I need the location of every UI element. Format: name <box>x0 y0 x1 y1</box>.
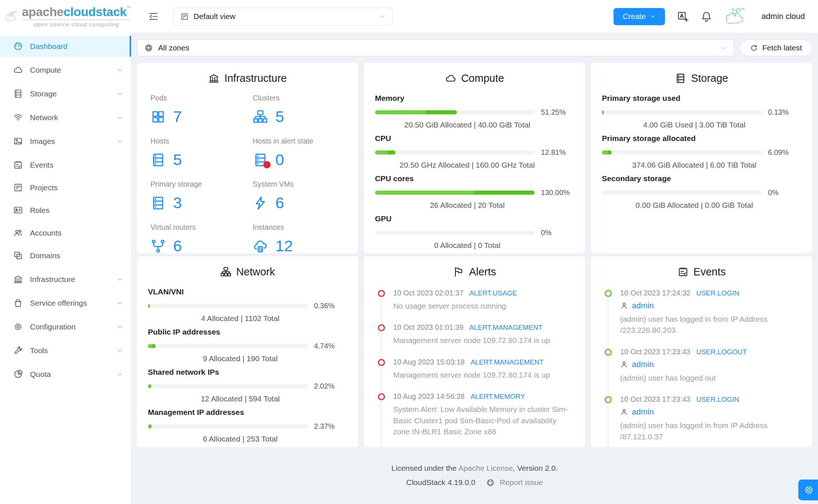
sidebar-item-compute[interactable]: Compute <box>0 60 131 80</box>
block-icon <box>13 251 23 260</box>
zone-select[interactable]: All zones <box>137 39 734 56</box>
progress-gpu: GPU 0% 0 Allocated | 0 Total <box>375 214 574 250</box>
alert-type-link[interactable]: ALERT.USAGE <box>469 289 517 297</box>
event-user-link[interactable]: admin <box>632 407 654 417</box>
stat-hosts-alert[interactable]: Hosts in alert state 0 <box>253 137 347 169</box>
bank-icon <box>13 274 23 284</box>
user-icon <box>620 302 628 310</box>
sidebar-item-tools[interactable]: Tools <box>0 340 131 361</box>
stat-hosts[interactable]: Hosts 5 <box>150 137 253 169</box>
chevron-down-icon <box>116 138 123 145</box>
database-icon <box>150 152 166 168</box>
sidebar-item-label: Roles <box>30 206 50 215</box>
sidebar-item-label: Projects <box>30 183 58 192</box>
alert-type-link[interactable]: ALERT.MANAGEMENT <box>469 324 542 332</box>
user-icon <box>620 360 628 369</box>
version-text: CloudStack 4.19.0.0 <box>406 478 475 487</box>
event-user-link[interactable]: admin <box>632 360 654 369</box>
sidebar-item-label: Events <box>30 161 53 169</box>
progress-secondary-storage: Secondary storage 0% 0.00 GiB Allocated … <box>602 174 801 210</box>
sidebar-item-images[interactable]: Images <box>0 131 131 152</box>
schedule-icon <box>13 160 23 170</box>
view-select[interactable]: Default view <box>173 8 393 26</box>
footer: Licensed under the Apache License, Versi… <box>137 464 812 487</box>
fork-icon <box>150 238 166 254</box>
flag-icon <box>453 266 464 278</box>
sidebar-item-label: Dashboard <box>30 42 68 51</box>
stat-primary-storage[interactable]: Primary storage 3 <box>150 180 253 212</box>
event-type-link[interactable]: USER.LOGIN <box>696 396 739 404</box>
events-card: Events 10 Oct 2023 17:24:32USER.LOGIN ad… <box>591 256 812 447</box>
menu-fold-icon[interactable] <box>148 11 159 22</box>
fetch-latest-button[interactable]: Fetch latest <box>740 39 812 56</box>
top-header: Default view Create admin cloud <box>131 0 818 33</box>
sidebar-item-accounts[interactable]: Accounts <box>0 222 131 243</box>
alert-dot-red <box>378 324 385 331</box>
sidebar-item-infrastructure[interactable]: Infrastructure <box>0 269 131 290</box>
database-icon <box>13 89 23 99</box>
sidebar-item-events[interactable]: Events <box>0 154 131 175</box>
user-avatar-monkey-icon[interactable] <box>724 7 750 26</box>
stat-system-vms[interactable]: System VMs 6 <box>253 180 347 212</box>
sidebar-item-domains[interactable]: Domains <box>0 245 131 266</box>
sidebar-item-network[interactable]: Network <box>0 107 131 128</box>
create-button[interactable]: Create <box>614 8 665 25</box>
sidebar-item-label: Compute <box>30 66 61 75</box>
stat-virtual-routers[interactable]: Virtual routers 6 <box>150 223 253 253</box>
apache-license-link[interactable]: Apache License <box>458 464 513 472</box>
event-user-link[interactable]: admin <box>632 301 654 310</box>
infrastructure-stats: Pods 7 Clusters 5 Ho <box>148 94 347 253</box>
cloudstack-dashboard: apachecloudstack™ open source cloud comp… <box>0 0 818 504</box>
progress-track <box>148 304 308 308</box>
theme-settings-button[interactable] <box>798 480 818 500</box>
alert-dot-red <box>378 359 385 366</box>
view-select-value: Default view <box>194 12 235 21</box>
bell-icon[interactable] <box>700 11 712 23</box>
stat-instances[interactable]: Instances 12 <box>253 223 347 253</box>
sidebar-item-dashboard[interactable]: Dashboard <box>0 36 131 57</box>
alert-dot <box>263 161 271 168</box>
storage-card-title: Storage <box>602 72 801 84</box>
reload-icon <box>750 44 758 52</box>
sidebar-item-configuration[interactable]: Configuration <box>0 316 131 337</box>
event-dot-green <box>605 290 612 297</box>
sidebar-item-roles[interactable]: Roles <box>0 200 131 221</box>
sidebar-item-label: Tools <box>30 346 48 355</box>
monkey-cloud-logo-icon <box>4 3 20 30</box>
sidebar-item-storage[interactable]: Storage <box>0 83 131 104</box>
sidebar-item-projects[interactable]: Projects <box>0 177 131 198</box>
sidebar-item-quota[interactable]: Quota <box>0 364 131 385</box>
chevron-down-icon <box>116 347 123 354</box>
network-card-title: Network <box>148 266 347 278</box>
zone-bar: All zones Fetch latest <box>137 39 812 56</box>
logo-tagline: open source cloud computing <box>22 21 131 27</box>
cluster-icon <box>253 109 268 125</box>
sidebar-item-label: Infrastructure <box>30 275 75 284</box>
alert-item: 10 Aug 2023 14:56:28ALERT.MEMORY System … <box>378 392 574 437</box>
translate-icon[interactable] <box>677 11 689 23</box>
chevron-down-icon <box>116 91 123 97</box>
sidebar-item-label: Network <box>30 113 58 122</box>
username[interactable]: admin cloud <box>761 12 805 21</box>
alert-item: 10 Oct 2023 01:01:39ALERT.MANAGEMENT Man… <box>378 323 574 346</box>
chevron-down-icon <box>650 14 656 19</box>
sidebar-item-label: Accounts <box>30 229 61 237</box>
stat-pods[interactable]: Pods 7 <box>150 94 253 126</box>
chevron-down-icon <box>116 114 123 121</box>
event-type-link[interactable]: USER.LOGIN <box>696 289 739 297</box>
chevron-down-icon <box>379 13 386 20</box>
header-actions: Create admin cloud <box>614 7 805 26</box>
compute-card: Compute Memory 51.25% 20.50 GiB Allocate… <box>364 63 585 253</box>
gear-icon <box>803 485 814 496</box>
event-type-link[interactable]: USER.LOGOUT <box>696 348 747 356</box>
report-issue-link[interactable]: Report issue <box>500 478 543 487</box>
alert-type-link[interactable]: ALERT.MANAGEMENT <box>470 358 543 366</box>
cloudstack-logo[interactable]: apachecloudstack™ open source cloud comp… <box>0 0 131 33</box>
event-dot-green <box>605 396 612 403</box>
stat-clusters[interactable]: Clusters 5 <box>253 94 347 126</box>
alert-dot-red <box>378 393 385 400</box>
shopping-icon <box>13 298 23 308</box>
sidebar-item-service-offerings[interactable]: Service offerings <box>0 293 131 313</box>
chevron-down-icon <box>720 45 727 51</box>
alert-type-link[interactable]: ALERT.MEMORY <box>470 393 525 401</box>
